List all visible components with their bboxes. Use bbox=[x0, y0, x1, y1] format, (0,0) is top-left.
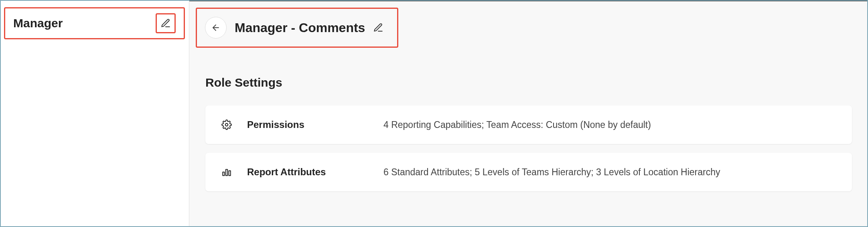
section-title: Role Settings bbox=[205, 76, 868, 89]
arrow-left-icon bbox=[211, 23, 221, 32]
svg-rect-2 bbox=[223, 172, 224, 176]
back-button[interactable] bbox=[205, 17, 227, 39]
settings-cards: Permissions 4 Reporting Capabilities; Te… bbox=[205, 105, 852, 191]
pencil-icon bbox=[373, 22, 383, 33]
page-title-group: Manager - Comments bbox=[235, 20, 385, 35]
page-title: Manager - Comments bbox=[235, 20, 365, 35]
svg-rect-3 bbox=[226, 170, 227, 176]
card-label: Report Attributes bbox=[247, 166, 383, 178]
sidebar: Manager bbox=[0, 0, 189, 227]
edit-title-button[interactable] bbox=[371, 21, 385, 34]
gear-icon bbox=[221, 120, 233, 130]
card-report-attributes[interactable]: Report Attributes 6 Standard Attributes;… bbox=[205, 153, 852, 191]
bar-chart-icon bbox=[221, 167, 233, 177]
card-summary: 4 Reporting Capabilities; Team Access: C… bbox=[383, 120, 837, 130]
card-summary: 6 Standard Attributes; 5 Levels of Teams… bbox=[383, 167, 837, 178]
edit-role-button[interactable] bbox=[156, 13, 176, 33]
card-permissions[interactable]: Permissions 4 Reporting Capabilities; Te… bbox=[205, 105, 852, 144]
svg-rect-4 bbox=[229, 171, 230, 176]
main-content: Manager - Comments Role Settings bbox=[189, 0, 868, 227]
svg-point-1 bbox=[225, 124, 228, 126]
page-header: Manager - Comments bbox=[196, 8, 398, 48]
pencil-icon bbox=[160, 18, 171, 28]
sidebar-item-manager[interactable]: Manager bbox=[4, 7, 185, 39]
sidebar-item-label: Manager bbox=[13, 16, 63, 30]
card-label: Permissions bbox=[247, 119, 383, 130]
